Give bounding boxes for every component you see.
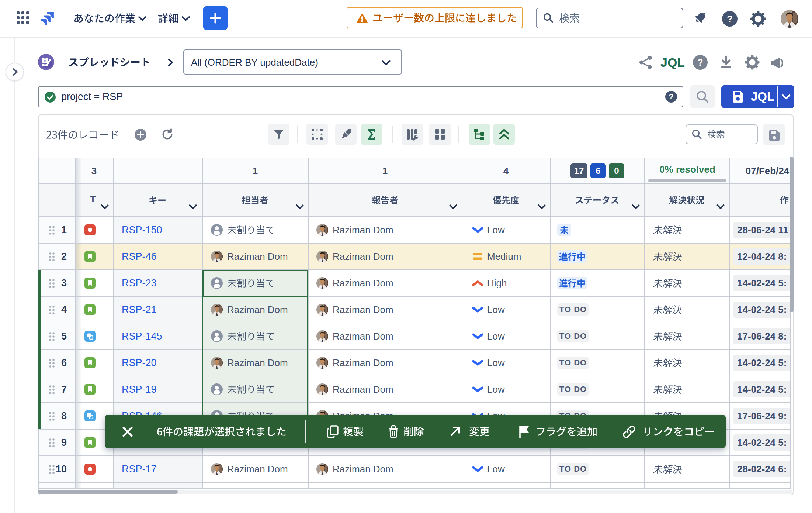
svg-text:?: ? bbox=[697, 57, 703, 68]
svg-text:?: ? bbox=[669, 92, 674, 101]
svg-text:?: ? bbox=[727, 13, 733, 24]
